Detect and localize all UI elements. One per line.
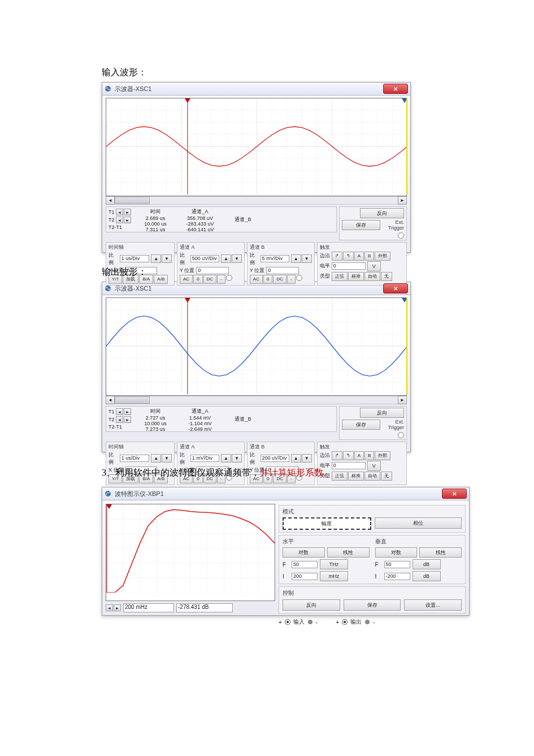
chB-zero-button[interactable]: 0 bbox=[263, 275, 272, 284]
type-norm-button[interactable]: 标准 bbox=[348, 472, 364, 481]
t1-left[interactable]: ◄ bbox=[116, 209, 123, 215]
chA-scale-down[interactable]: ▼ bbox=[232, 454, 242, 463]
chA-ac-button[interactable]: AC bbox=[180, 275, 193, 284]
trig-a-button[interactable]: A bbox=[354, 451, 364, 460]
type-norm-button[interactable]: 标准 bbox=[348, 272, 364, 281]
edge-falling-button[interactable]: ↰ bbox=[343, 451, 354, 460]
t2-left[interactable]: ◄ bbox=[116, 217, 123, 223]
t1-right[interactable]: ► bbox=[124, 209, 131, 215]
t1-left[interactable]: ◄ bbox=[116, 408, 123, 415]
chB-scale-input[interactable]: 200 uV/Div bbox=[261, 455, 289, 462]
scroll-left-button[interactable]: ◄ bbox=[106, 196, 115, 205]
v-I-unit-button[interactable]: dB bbox=[413, 571, 441, 581]
scroll-left-button[interactable]: ◄ bbox=[106, 396, 115, 404]
out-minus-terminal[interactable] bbox=[365, 620, 370, 624]
t2-left[interactable]: ◄ bbox=[116, 416, 123, 423]
close-button[interactable]: ✕ bbox=[383, 84, 408, 94]
t2-right[interactable]: ► bbox=[124, 217, 131, 223]
edge-rising-button[interactable]: ↱ bbox=[332, 451, 342, 460]
chB-probe-radio[interactable] bbox=[296, 275, 302, 281]
timebase-scale-input[interactable]: 1 us/Div bbox=[120, 455, 149, 462]
close-button[interactable]: ✕ bbox=[383, 283, 408, 293]
mode-magnitude-button[interactable]: 幅度 bbox=[283, 517, 371, 530]
scale-up-button[interactable]: ▲ bbox=[151, 454, 161, 463]
chA-scale-up[interactable]: ▲ bbox=[221, 454, 231, 463]
scroll-right-button[interactable]: ► bbox=[398, 396, 407, 404]
reverse-button[interactable]: 反向 bbox=[360, 408, 404, 418]
trig-ext-button[interactable]: 外部 bbox=[375, 451, 390, 460]
h-F-input[interactable]: 50 bbox=[292, 561, 318, 568]
edge-rising-button[interactable]: ↱ bbox=[332, 252, 342, 261]
type-none-button[interactable]: 无 bbox=[381, 272, 392, 281]
chA-scale-input[interactable]: 500 uV/Div bbox=[190, 255, 219, 262]
horizontal-scrollbar[interactable]: ◄ ► bbox=[106, 396, 407, 404]
h-I-input[interactable]: 200 bbox=[292, 573, 318, 580]
chA-ypos-input[interactable]: 0 bbox=[196, 267, 229, 274]
ctrl-settings-button[interactable]: 设置... bbox=[404, 599, 462, 611]
level-input[interactable]: 0 bbox=[332, 262, 366, 270]
v-log-button[interactable]: 对数 bbox=[375, 547, 418, 558]
h-I-unit-button[interactable]: mHz bbox=[320, 571, 348, 581]
timebase-scale-input[interactable]: 1 us/Div bbox=[120, 255, 149, 262]
type-sine-button[interactable]: 正弦 bbox=[332, 472, 348, 481]
chA-dc-button[interactable]: DC bbox=[203, 275, 217, 284]
trig-a-button[interactable]: A bbox=[354, 252, 364, 261]
scale-up-button[interactable]: ▲ bbox=[151, 254, 161, 263]
ctrl-save-button[interactable]: 保存 bbox=[344, 599, 401, 611]
reverse-button[interactable]: 反向 bbox=[360, 208, 404, 218]
chB-scale-up[interactable]: ▲ bbox=[291, 454, 301, 463]
chB-dc-button[interactable]: DC bbox=[273, 275, 286, 284]
bode-display[interactable] bbox=[106, 504, 275, 601]
chB-scale-up[interactable]: ▲ bbox=[291, 254, 301, 263]
chB-ypos-input[interactable]: 0 bbox=[266, 267, 299, 274]
cursor-right-button[interactable]: ► bbox=[114, 604, 121, 611]
titlebar[interactable]: 示波器-XSC1 ✕ bbox=[102, 83, 410, 96]
t1-right[interactable]: ► bbox=[124, 408, 131, 415]
h-F-unit-button[interactable]: THz bbox=[320, 559, 348, 569]
h-lin-button[interactable]: 线性 bbox=[327, 547, 370, 558]
titlebar[interactable]: 波特图示仪-XBP1 ✕ bbox=[102, 487, 469, 500]
scope-display[interactable] bbox=[106, 297, 407, 396]
edge-falling-button[interactable]: ↰ bbox=[343, 252, 354, 261]
chB-scale-input[interactable]: 5 mV/Div bbox=[261, 255, 289, 262]
level-unit-button[interactable]: V bbox=[367, 461, 381, 471]
close-button[interactable]: ✕ bbox=[442, 489, 467, 499]
in-minus-terminal[interactable] bbox=[308, 620, 312, 624]
v-I-input[interactable]: -200 bbox=[384, 573, 410, 580]
chA-probe-radio[interactable] bbox=[226, 275, 232, 281]
scroll-right-button[interactable]: ► bbox=[398, 196, 407, 205]
ext-trigger-radio[interactable] bbox=[398, 432, 404, 438]
level-input[interactable]: 0 bbox=[332, 462, 366, 469]
v-F-input[interactable]: 50 bbox=[384, 561, 410, 568]
scale-down-button[interactable]: ▼ bbox=[162, 454, 172, 463]
v-lin-button[interactable]: 线性 bbox=[419, 547, 462, 558]
ext-trigger-radio[interactable] bbox=[398, 232, 404, 239]
chA-zero-button[interactable]: 0 bbox=[193, 275, 202, 284]
chB-ac-button[interactable]: AC bbox=[250, 275, 263, 284]
in-plus-terminal[interactable] bbox=[285, 620, 290, 624]
v-F-unit-button[interactable]: dB bbox=[413, 559, 441, 569]
t2-right[interactable]: ► bbox=[124, 416, 131, 423]
horizontal-scrollbar[interactable]: ◄ ► bbox=[106, 196, 407, 204]
scale-down-button[interactable]: ▼ bbox=[162, 254, 172, 263]
out-plus-terminal[interactable] bbox=[342, 620, 347, 624]
type-none-button[interactable]: 无 bbox=[381, 472, 392, 481]
chB-neg-button[interactable]: - bbox=[287, 275, 296, 284]
mode-phase-button[interactable]: 相位 bbox=[375, 517, 462, 529]
ctrl-reverse-button[interactable]: 反向 bbox=[283, 599, 340, 611]
type-auto-button[interactable]: 自动 bbox=[364, 272, 380, 281]
save-button[interactable]: 保存 bbox=[342, 220, 380, 230]
chA-scale-input[interactable]: 1 mV/Div bbox=[190, 455, 219, 462]
trig-b-button[interactable]: B bbox=[364, 451, 374, 460]
trig-b-button[interactable]: B bbox=[364, 252, 374, 261]
chB-scale-down[interactable]: ▼ bbox=[302, 454, 312, 463]
cursor-left-button[interactable]: ◄ bbox=[106, 604, 113, 611]
mode-ab-button[interactable]: A/B bbox=[154, 275, 168, 284]
chA-neg-button[interactable]: - bbox=[217, 275, 225, 284]
chA-scale-down[interactable]: ▼ bbox=[232, 254, 242, 263]
save-button[interactable]: 保存 bbox=[342, 420, 380, 430]
type-sine-button[interactable]: 正弦 bbox=[332, 272, 348, 281]
chA-scale-up[interactable]: ▲ bbox=[221, 254, 231, 263]
chB-scale-down[interactable]: ▼ bbox=[302, 254, 312, 263]
h-log-button[interactable]: 对数 bbox=[283, 547, 325, 558]
